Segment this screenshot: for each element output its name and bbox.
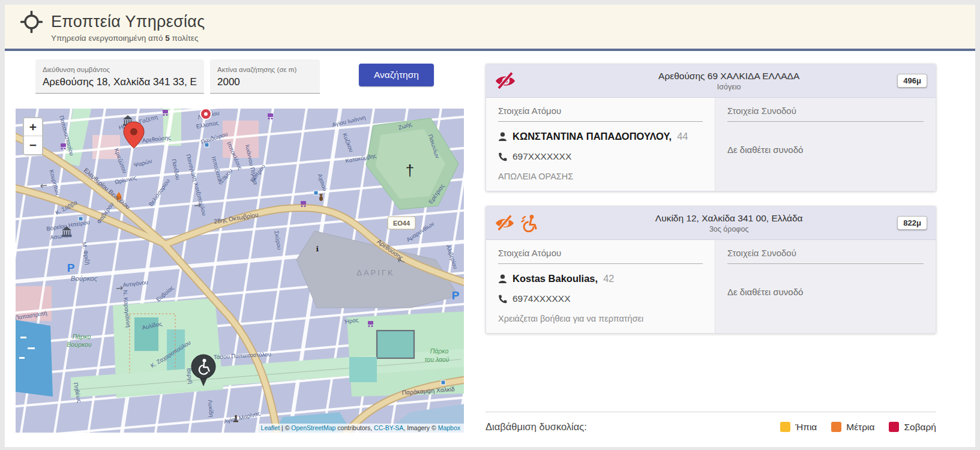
subtitle-count: 5 <box>165 34 170 43</box>
main-content: Διεύθυνση συμβάντος Ακτίνα αναζήτησης (σ… <box>5 51 975 447</box>
map-attribution: Leaflet | © OpenStreetMap contributors, … <box>257 424 464 433</box>
legend-title: Διαβάθμιση δυσκολίας: <box>485 421 587 433</box>
legend-label: Ήπια <box>795 422 817 433</box>
person-age: 42 <box>603 273 614 284</box>
person-phone-row: 697XXXXXXX <box>498 151 703 162</box>
search-radius-label: Ακτίνα αναζήτησης (σε m) <box>217 66 296 73</box>
person-icon <box>498 132 507 141</box>
phone-icon <box>498 295 507 304</box>
person-name-row: Kostas Bakoulias, 42 <box>498 273 703 284</box>
person-phone-row: 6974XXXXXX <box>498 293 703 304</box>
zoom-out-button[interactable]: − <box>24 136 42 154</box>
card-address: Λυκίδη 12, Χαλκίδα 341 00, Ελλάδα <box>561 213 897 224</box>
legend-items: Ήπια Μέτρια Σοβαρή <box>780 422 936 433</box>
svg-text:EO44: EO44 <box>393 220 410 227</box>
person-phone: 6974XXXXXX <box>513 293 571 304</box>
industrial-area-label: ΔΑΡΙΓΚ <box>356 268 394 277</box>
distance-badge: 496μ <box>897 74 927 88</box>
citizen-card[interactable]: Λυκίδη 12, Χαλκίδα 341 00, Ελλάδα 3ος όρ… <box>485 206 936 334</box>
route-badge: EO44 <box>388 217 415 229</box>
legend-item-mild: Ήπια <box>780 422 817 433</box>
subtitle-suffix: πολίτες <box>170 34 199 43</box>
person-condition: Χρειάζεται βοήθεια για να περπατήσει <box>498 314 703 323</box>
companion-status: Δε διαθέτει συνοδό <box>727 145 924 155</box>
divider <box>498 263 703 264</box>
card-floor: Ισόγειο <box>561 83 897 91</box>
card-header: Αρεθούσης 69 ΧΑΛΚΙΔΑ ΕΛΛΑΔΑ Ισόγειο 496μ <box>486 64 936 98</box>
mapbox-link[interactable]: Mapbox <box>438 424 460 431</box>
incident-location: Αρεθούσης 69 ΧΑΛΚΙΔΑ ΕΛΛΑΔΑ Ισόγειο <box>561 71 897 91</box>
search-button[interactable]: Αναζήτηση <box>359 64 434 86</box>
mild-color-swatch <box>780 422 790 432</box>
active-citizens-status: Υπηρεσία ενεργοποιημένη από 5 πολίτες <box>51 34 960 43</box>
attribution-text: , Imagery © <box>403 424 437 431</box>
person-name-row: ΚΩΝΣΤΑΝΤΙΝΑ ΠΑΠΑΔΟΠΟΥΛΟΥ, 44 <box>498 131 703 142</box>
map-canvas: P P † ℹ Λικαρίου Ηρακλή Γαζέπη Αρεθούσης… <box>16 109 464 433</box>
person-details-section: Στοιχεία Ατόμου ΚΩΝΣΤΑΝΤΙΝΑ ΠΑΠΑΔΟΠΟΥΛΟΥ… <box>486 98 715 191</box>
zoom-in-button[interactable]: + <box>24 118 42 136</box>
legend-item-severe: Σοβαρή <box>889 422 936 433</box>
citizen-card[interactable]: Αρεθούσης 69 ΧΑΛΚΙΔΑ ΕΛΛΑΔΑ Ισόγειο 496μ… <box>485 64 936 191</box>
companion-status: Δε διαθέτει συνοδό <box>727 287 924 297</box>
card-address: Αρεθούσης 69 ΧΑΛΚΙΔΑ ΕΛΛΑΔΑ <box>561 71 897 82</box>
incident-address-input[interactable] <box>43 76 197 88</box>
left-column: Διεύθυνση συμβάντος Ακτίνα αναζήτησης (σ… <box>16 51 464 433</box>
divider <box>727 263 924 264</box>
leaflet-map[interactable]: P P † ℹ Λικαρίου Ηρακλή Γαζέπη Αρεθούσης… <box>16 109 464 433</box>
search-radius-input[interactable] <box>217 76 313 88</box>
pool-area <box>377 331 414 358</box>
license-link[interactable]: CC-BY-SA <box>374 424 403 431</box>
parking-icon: P <box>452 289 460 302</box>
card-body: Στοιχεία Ατόμου ΚΩΝΣΤΑΝΤΙΝΑ ΠΑΠΑΔΟΠΟΥΛΟΥ… <box>486 98 936 191</box>
card-body: Στοιχεία Ατόμου Kostas Bakoulias, 42 <box>486 240 936 333</box>
disability-icons <box>495 214 561 232</box>
service-logo-icon <box>20 11 43 33</box>
distance-badge: 822μ <box>897 216 927 230</box>
person-name: ΚΩΝΣΤΑΝΤΙΝΑ ΠΑΠΑΔΟΠΟΥΛΟΥ, <box>513 131 672 142</box>
medium-color-swatch <box>831 422 841 432</box>
person-name: Kostas Bakoulias, <box>513 273 598 284</box>
park-label: Βούρκου <box>67 341 92 348</box>
attribution-text: contributors, <box>335 424 374 431</box>
companion-details-section: Στοιχεία Συνοδού Δε διαθέτει συνοδό <box>715 98 936 191</box>
card-floor: 3ος όροφος <box>561 225 897 233</box>
incident-address-label: Διεύθυνση συμβάντος <box>43 66 110 73</box>
poi-marker-red[interactable] <box>200 109 211 119</box>
app-shell: Εποπτεία Υπηρεσίας Υπηρεσία ενεργοποιημέ… <box>5 5 975 447</box>
companion-section-title: Στοιχεία Συνοδού <box>727 248 924 258</box>
companion-details-section: Στοιχεία Συνοδού Δε διαθέτει συνοδό <box>715 240 936 333</box>
difficulty-legend: Διαβάθμιση δυσκολίας: Ήπια Μέτρια Σοβαρή <box>485 412 936 433</box>
person-section-title: Στοιχεία Ατόμου <box>498 106 703 116</box>
parking-icon: P <box>67 262 75 274</box>
osm-link[interactable]: OpenStreetMap <box>291 424 335 431</box>
park-label: Πάρκο <box>430 347 449 355</box>
subtitle-prefix: Υπηρεσία ενεργοποιημένη από <box>51 34 165 43</box>
water-label: Βούρκος <box>71 275 98 282</box>
legend-label: Μέτρια <box>846 422 874 433</box>
person-age: 44 <box>677 131 688 142</box>
disability-icons <box>495 72 561 90</box>
search-radius-field[interactable]: Ακτίνα αναζήτησης (σε m) <box>210 59 320 94</box>
incident-address-field[interactable]: Διεύθυνση συμβάντος <box>35 59 204 94</box>
phone-icon <box>498 152 507 161</box>
legend-item-medium: Μέτρια <box>831 422 874 433</box>
low-vision-icon <box>495 215 515 232</box>
person-icon <box>498 274 507 283</box>
page-title: Εποπτεία Υπηρεσίας <box>51 13 205 31</box>
person-condition: ΑΠΩΛΕΙΑ ΟΡΑΣΗΣ <box>498 172 703 181</box>
leaflet-link[interactable]: Leaflet <box>261 424 280 431</box>
person-details-section: Στοιχεία Ατόμου Kostas Bakoulias, 42 <box>486 240 715 333</box>
wheelchair-icon <box>520 214 538 232</box>
park-label: Πάρκο <box>73 333 91 340</box>
results-panel: Αρεθούσης 69 ΧΑΛΚΙΔΑ ΕΛΛΑΔΑ Ισόγειο 496μ… <box>485 51 936 433</box>
divider <box>727 121 924 122</box>
card-header: Λυκίδη 12, Χαλκίδα 341 00, Ελλάδα 3ος όρ… <box>486 206 936 240</box>
info-icon: ℹ <box>316 245 319 253</box>
legend-label: Σοβαρή <box>904 422 936 433</box>
search-form: Διεύθυνση συμβάντος Ακτίνα αναζήτησης (σ… <box>16 59 464 94</box>
person-section-title: Στοιχεία Ατόμου <box>498 248 703 258</box>
map-zoom-control: + − <box>23 117 43 155</box>
attribution-text: | © <box>280 424 291 431</box>
low-vision-icon <box>495 72 516 90</box>
cemetery-cross-icon: † <box>406 161 414 179</box>
